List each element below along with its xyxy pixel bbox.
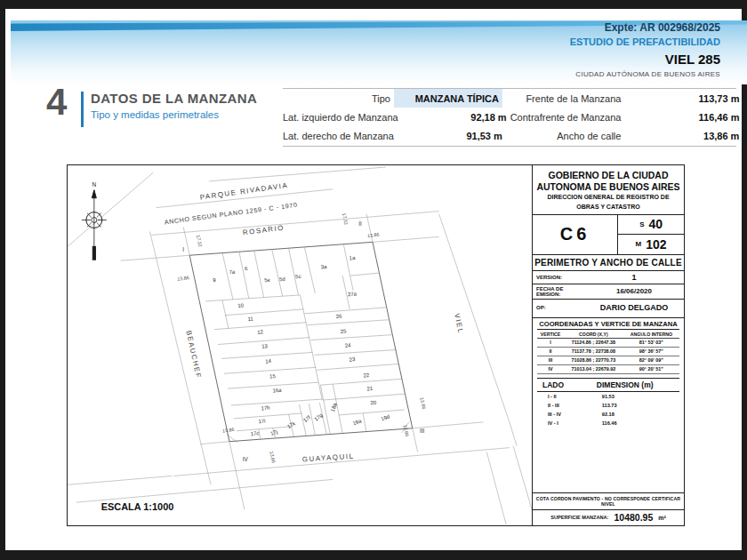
lot-label-17k: 17k bbox=[286, 420, 296, 429]
seccion-number: 40 bbox=[648, 217, 663, 231]
superficie-value: 10480.95 bbox=[614, 512, 653, 523]
agency-line-3: DIRECCION GENERAL DE REGISTRO DE bbox=[535, 194, 681, 202]
vertice-value: IV bbox=[537, 364, 564, 373]
scale-label: ESCALA 1:1000 bbox=[101, 501, 174, 512]
cadastral-plan: N PARQUE RIVADAVIA ANCHO SEGUN PLANO 125… bbox=[68, 165, 532, 524]
coord-value: 71028.86 ; 22770.73 bbox=[564, 356, 623, 364]
operator-row: OP: DARIO DELGADO bbox=[533, 300, 684, 318]
manzana-cell: M 102 bbox=[618, 235, 684, 254]
value-ancho-calle: 13,86 m bbox=[624, 131, 743, 141]
value-lat-derecho: 91,53 m bbox=[398, 131, 506, 141]
circ-number: 6 bbox=[576, 224, 590, 244]
angulo-value: 82° 09' 09" bbox=[623, 356, 679, 364]
lot-label-25: 25 bbox=[340, 328, 347, 334]
coord-row: III 71028.86 ; 22770.73 82° 09' 09" bbox=[537, 356, 679, 364]
coord-value: 71013.04 ; 22679.92 bbox=[564, 364, 623, 373]
label-lat-derecho: Lat. derecho de Manzana bbox=[283, 131, 398, 141]
value-frente: 113,73 m bbox=[624, 93, 743, 104]
lot-label-23: 23 bbox=[349, 356, 356, 363]
vertex-label-ii: II bbox=[358, 220, 362, 227]
sides-table: LADO DIMENSION (m) I - II 91.53 II - III… bbox=[533, 378, 684, 428]
lot-label-20: 20 bbox=[370, 400, 377, 406]
angulo-value: 81° 53' 03" bbox=[623, 338, 679, 347]
lot-label-7a: 7a bbox=[229, 269, 236, 276]
section-rule bbox=[81, 92, 84, 127]
version-value: 1 bbox=[588, 273, 680, 282]
dim-label: 13.86 bbox=[367, 232, 380, 239]
side-dimension: 91.53 bbox=[591, 391, 679, 401]
version-label: VERSION: bbox=[536, 275, 588, 280]
seccion-cell: S 40 bbox=[618, 215, 684, 236]
lot-label-6: 6 bbox=[245, 266, 249, 271]
vertice-value: III bbox=[537, 356, 564, 364]
side-label: IV - I bbox=[537, 419, 591, 428]
circ-letter: C bbox=[560, 224, 576, 244]
col-coord: COORD (X,Y) bbox=[564, 331, 623, 339]
lot-label-17j: 17j bbox=[269, 429, 278, 436]
street-label-guayaquil: GUAYAQUIL bbox=[302, 452, 355, 464]
top-black-bar bbox=[0, 0, 747, 9]
side-row: III - IV 92.18 bbox=[537, 410, 679, 419]
dim-label: 13.86 bbox=[222, 427, 235, 434]
lot-label-22: 22 bbox=[363, 372, 370, 379]
col-angulo: ANGULO INTERNO bbox=[623, 331, 679, 339]
side-label: II - III bbox=[537, 401, 591, 410]
emission-date-row: FECHA DE EMISION: 16/06/2020 bbox=[533, 284, 684, 300]
address-title: VIEL 285 bbox=[570, 52, 720, 68]
manzana-letter: M bbox=[636, 240, 642, 248]
coordinates-title: COORDENADAS Y VERTICE DE MANZANA bbox=[537, 320, 679, 330]
city-label: CIUDAD AUTÓNOMA DE BUENOS AIRES bbox=[570, 70, 720, 79]
lot-label-24: 24 bbox=[344, 342, 351, 348]
side-row: I - II 91.53 bbox=[537, 391, 679, 401]
lot-label-14: 14 bbox=[265, 358, 272, 364]
coord-row: II 71137.78 ; 22738.08 98° 36' 57" bbox=[537, 347, 679, 356]
lot-label-16a: 16a bbox=[272, 388, 282, 394]
street-lines bbox=[68, 167, 532, 524]
table-row: Lat. izquierdo de Manzana 92,18 m Contra… bbox=[283, 108, 743, 126]
angulo-value: 90° 20' 51" bbox=[623, 364, 679, 373]
lot-label-17h: 17h bbox=[261, 405, 269, 412]
value-tipo: MANZANA TÍPICA bbox=[394, 89, 502, 108]
lot-lines bbox=[205, 244, 409, 442]
study-type: ESTUDIO DE PREFACTIBILIDAD bbox=[570, 36, 720, 49]
bottom-black-bar bbox=[0, 550, 747, 560]
lot-label-5e: 5e bbox=[264, 277, 271, 284]
col-dimension: DIMENSION (m) bbox=[591, 378, 679, 391]
manzana-number: 102 bbox=[646, 237, 666, 252]
col-vertice: VERTICE bbox=[537, 331, 564, 339]
coordinates-table: COORDENADAS Y VERTICE DE MANZANA VERTICE… bbox=[533, 318, 684, 378]
fecha-value: 16/06/2020 bbox=[588, 287, 680, 295]
side-row: IV - I 116.46 bbox=[537, 419, 679, 428]
table-row: Lat. derecho de Manzana 91,53 m Ancho de… bbox=[283, 127, 743, 146]
lot-label-17c: 17c bbox=[251, 430, 260, 436]
side-label: III - IV bbox=[537, 410, 591, 419]
lot-label-19a: 19a bbox=[352, 418, 363, 426]
lot-label-13: 13 bbox=[261, 343, 269, 349]
street-label-beauchef: BEAUCHEF bbox=[185, 330, 203, 380]
superficie-row: SUPERFICIE MANZANA: 10480.95 m² bbox=[533, 509, 684, 525]
lot-label-5c: 5c bbox=[295, 274, 301, 280]
lot-label-17f: 17f bbox=[302, 414, 311, 423]
document-title: PERIMETRO Y ANCHO DE CALLE bbox=[533, 255, 684, 271]
lot-label-15: 15 bbox=[269, 373, 277, 380]
coord-value: 71137.78 ; 22738.08 bbox=[564, 347, 623, 356]
street-width-note: ANCHO SEGUN PLANO 1259 - C - 1970 bbox=[164, 202, 298, 227]
col-lado: LADO bbox=[537, 378, 591, 391]
vertex-label-i: I bbox=[182, 246, 184, 252]
header-text: Expte: AR 002968/2025 ESTUDIO DE PREFACT… bbox=[570, 21, 720, 79]
label-lat-izquierdo: Lat. izquierdo de Manzana bbox=[283, 112, 402, 123]
lot-label-9: 9 bbox=[213, 277, 217, 283]
panel-spacer bbox=[533, 428, 684, 492]
dim-label: 13.86 bbox=[177, 275, 189, 282]
angulo-value: 98° 36' 57" bbox=[623, 347, 679, 356]
lot-label-26: 26 bbox=[336, 313, 343, 319]
circunscripcion-cell: C 6 bbox=[533, 215, 618, 254]
left-black-edge bbox=[0, 0, 5, 560]
lot-label-11: 11 bbox=[247, 316, 253, 322]
agency-line-1: GOBIERNO DE LA CIUDAD bbox=[535, 170, 681, 181]
fecha-label: FECHA DE EMISION: bbox=[536, 286, 588, 297]
lot-label-10: 10 bbox=[237, 302, 245, 308]
side-dimension: 116.46 bbox=[591, 419, 679, 428]
value-contrafrente: 116,46 m bbox=[624, 112, 743, 123]
agency-line-2: AUTONOMA DE BUENOS AIRES bbox=[535, 181, 681, 193]
